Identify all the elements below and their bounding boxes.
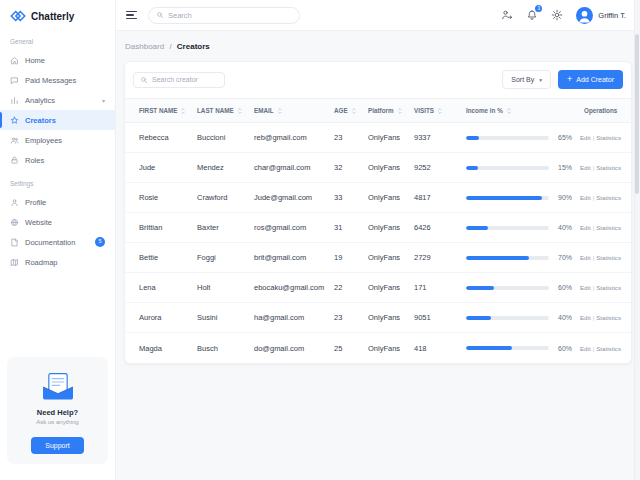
edit-link[interactable]: Edit bbox=[580, 345, 591, 352]
sidebar-item-profile[interactable]: Profile bbox=[0, 192, 115, 212]
edit-link[interactable]: Edit bbox=[580, 224, 591, 231]
sidebar-item-label: Roadmap bbox=[25, 258, 58, 267]
breadcrumb-dashboard[interactable]: Dashboard bbox=[125, 42, 164, 51]
edit-link[interactable]: Edit bbox=[580, 134, 591, 141]
statistics-link[interactable]: Statistics bbox=[596, 194, 621, 201]
chatterly-logo-icon bbox=[10, 10, 26, 22]
sidebar-item-employees[interactable]: Employees bbox=[0, 130, 115, 150]
sort-icon bbox=[237, 107, 243, 115]
creator-search-input[interactable] bbox=[152, 76, 218, 83]
creator-search[interactable] bbox=[133, 72, 225, 88]
cell-income: 90% bbox=[460, 194, 578, 201]
add-creator-label: Add Creator bbox=[576, 76, 614, 83]
logo[interactable]: Chatterly bbox=[0, 0, 115, 28]
cell-operations: Edit|Statistics bbox=[578, 254, 623, 261]
cell-age: 22 bbox=[328, 283, 362, 292]
statistics-link[interactable]: Statistics bbox=[596, 314, 621, 321]
search-icon bbox=[156, 11, 164, 19]
help-title: Need Help? bbox=[13, 408, 102, 417]
income-progress-bar bbox=[466, 286, 549, 290]
cell-email: ebocaku@gmail.com bbox=[248, 283, 328, 292]
operations-separator: | bbox=[593, 164, 595, 171]
column-header-visits[interactable]: VISITS bbox=[408, 107, 460, 115]
sidebar: Chatterly GeneralHomePaid MessagesAnalyt… bbox=[0, 0, 116, 480]
cell-email: ha@gmail.com bbox=[248, 313, 328, 322]
cell-first-name: Lena bbox=[133, 283, 191, 292]
column-header-income-in[interactable]: Income in % bbox=[460, 107, 578, 115]
chevron-down-icon: ▾ bbox=[539, 77, 542, 83]
table-row: BettieFoggibrit@gmail.com19OnlyFans27297… bbox=[125, 243, 631, 273]
cell-income: 65% bbox=[460, 134, 578, 141]
cell-operations: Edit|Statistics bbox=[578, 284, 623, 291]
income-progress-fill bbox=[466, 166, 478, 170]
cell-last-name: Susini bbox=[191, 313, 248, 322]
sidebar-item-documentation[interactable]: Documentation5 bbox=[0, 232, 115, 252]
edit-link[interactable]: Edit bbox=[580, 254, 591, 261]
user-menu[interactable]: Griffin T. bbox=[576, 7, 626, 24]
help-subtitle: Ask us anything bbox=[13, 419, 102, 425]
table-row: JudeMendezchar@gmail.com32OnlyFans925215… bbox=[125, 153, 631, 183]
add-creator-button[interactable]: + Add Creator bbox=[558, 70, 623, 89]
sidebar-item-paid-messages[interactable]: Paid Messages bbox=[0, 70, 115, 90]
sidebar-item-home[interactable]: Home bbox=[0, 50, 115, 70]
column-header-last-name[interactable]: LAST NAME bbox=[191, 107, 248, 115]
hamburger-menu-icon[interactable] bbox=[126, 11, 137, 20]
sidebar-item-label: Roles bbox=[25, 156, 44, 165]
sidebar-item-website[interactable]: Website bbox=[0, 212, 115, 232]
user-export-icon[interactable] bbox=[501, 9, 513, 21]
edit-link[interactable]: Edit bbox=[580, 164, 591, 171]
global-search-input[interactable] bbox=[168, 11, 292, 20]
cell-last-name: Busch bbox=[191, 344, 248, 353]
income-percent-label: 60% bbox=[555, 284, 572, 291]
edit-link[interactable]: Edit bbox=[580, 194, 591, 201]
sidebar-item-analytics[interactable]: Analytics▾ bbox=[0, 90, 115, 110]
operations-separator: | bbox=[593, 314, 595, 321]
notification-count-badge: 3 bbox=[535, 5, 542, 12]
cell-last-name: Foggi bbox=[191, 253, 248, 262]
income-progress-fill bbox=[466, 136, 479, 140]
sidebar-item-creators[interactable]: Creators bbox=[0, 110, 115, 130]
column-header-label: FIRST NAME bbox=[139, 107, 177, 114]
edit-link[interactable]: Edit bbox=[580, 314, 591, 321]
column-header-email[interactable]: EMAIL bbox=[248, 107, 328, 115]
operations-separator: | bbox=[593, 224, 595, 231]
scrollbar[interactable] bbox=[634, 0, 640, 480]
topbar-actions: 3 Griffin T. bbox=[501, 7, 626, 24]
income-percent-label: 65% bbox=[555, 134, 572, 141]
cell-first-name: Rebecca bbox=[133, 133, 191, 142]
income-progress-bar bbox=[466, 226, 549, 230]
edit-link[interactable]: Edit bbox=[580, 284, 591, 291]
cell-age: 23 bbox=[328, 313, 362, 322]
sidebar-item-label: Documentation bbox=[25, 238, 75, 247]
statistics-link[interactable]: Statistics bbox=[596, 284, 621, 291]
scrollbar-thumb[interactable] bbox=[635, 34, 639, 194]
statistics-link[interactable]: Statistics bbox=[596, 254, 621, 261]
statistics-link[interactable]: Statistics bbox=[596, 224, 621, 231]
income-progress-fill bbox=[466, 226, 488, 230]
main-area: 3 Griffin T. Dashboard / Creators bbox=[116, 0, 640, 480]
operations-separator: | bbox=[593, 254, 595, 261]
cell-first-name: Rosie bbox=[133, 193, 191, 202]
sidebar-item-roles[interactable]: Roles bbox=[0, 150, 115, 170]
sidebar-item-label: Creators bbox=[25, 116, 56, 125]
settings-gear-icon[interactable] bbox=[551, 9, 563, 21]
support-button[interactable]: Support bbox=[31, 437, 84, 454]
sort-by-label: Sort By bbox=[511, 76, 534, 83]
cell-age: 31 bbox=[328, 223, 362, 232]
cell-platform: OnlyFans bbox=[362, 133, 408, 142]
search-icon bbox=[140, 76, 148, 84]
global-search[interactable] bbox=[148, 7, 300, 24]
sidebar-item-roadmap[interactable]: Roadmap bbox=[0, 252, 115, 272]
income-percent-label: 40% bbox=[555, 224, 572, 231]
sort-by-button[interactable]: Sort By ▾ bbox=[502, 70, 551, 89]
cell-platform: OnlyFans bbox=[362, 283, 408, 292]
notifications-button[interactable]: 3 bbox=[526, 9, 538, 21]
statistics-link[interactable]: Statistics bbox=[596, 164, 621, 171]
cell-visits: 9337 bbox=[408, 133, 460, 142]
home-icon bbox=[10, 56, 19, 65]
statistics-link[interactable]: Statistics bbox=[596, 134, 621, 141]
statistics-link[interactable]: Statistics bbox=[596, 345, 621, 352]
column-header-age[interactable]: AGE bbox=[328, 107, 362, 115]
column-header-first-name[interactable]: FIRST NAME bbox=[133, 107, 191, 115]
column-header-platform[interactable]: Platform bbox=[362, 107, 408, 115]
